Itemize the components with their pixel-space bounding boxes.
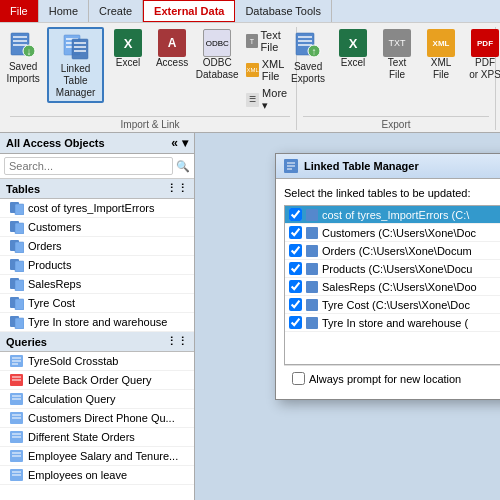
list-item[interactable]: Employees on leave — [0, 466, 194, 485]
list-item[interactable]: Delete Back Order Query — [0, 371, 194, 390]
left-panel-header: All Access Objects « ▾ — [0, 133, 194, 154]
svg-rect-15 — [298, 36, 312, 38]
list-item[interactable]: SalesReps — [0, 275, 194, 294]
always-prompt-text: Always prompt for new location — [309, 373, 461, 385]
list-item[interactable]: Customers Direct Phone Qu... — [0, 409, 194, 428]
modal-item-tbl-icon-6 — [306, 299, 318, 311]
query-icon-3 — [10, 392, 24, 406]
list-item[interactable]: Calculation Query — [0, 390, 194, 409]
modal-item-label-4: Products (C:\Users\Xone\Docu — [322, 263, 472, 275]
excel-import-button[interactable]: X Excel — [108, 27, 148, 71]
modal-list-item[interactable]: cost of tyres_ImportErrors (C:\ — [285, 206, 500, 224]
modal-list-item[interactable]: Products (C:\Users\Xone\Docu — [285, 260, 500, 278]
list-item[interactable]: Customers — [0, 218, 194, 237]
tab-database-tools[interactable]: Database Tools — [235, 0, 332, 22]
modal-item-checkbox-6[interactable] — [289, 298, 302, 311]
svg-rect-23 — [15, 223, 24, 234]
tables-section-chevron: ⋮⋮ — [166, 182, 188, 195]
svg-text:↓: ↓ — [27, 46, 32, 57]
list-item[interactable]: TyreSold Crosstab — [0, 352, 194, 371]
expand-icon[interactable]: ▾ — [182, 136, 188, 150]
list-item[interactable]: Tyre Cost — [0, 294, 194, 313]
search-icon[interactable]: 🔍 — [176, 160, 190, 173]
modal-list-item[interactable]: Orders (C:\Users\Xone\Docum — [285, 242, 500, 260]
list-item[interactable]: Tyre In store and warehouse — [0, 313, 194, 332]
query-item-label: Employees on leave — [28, 469, 127, 481]
query-icon-1 — [10, 354, 24, 368]
always-prompt-checkbox[interactable] — [292, 372, 305, 385]
modal-list-item[interactable]: SalesReps (C:\Users\Xone\Doo — [285, 278, 500, 296]
query-icon-6 — [10, 449, 24, 463]
more-import-icon: ☰ — [246, 93, 259, 107]
modal-list-item[interactable]: Tyre Cost (C:\Users\Xone\Doc — [285, 296, 500, 314]
excel-export-icon: X — [339, 29, 367, 57]
svg-rect-3 — [13, 44, 27, 46]
linked-table-manager-button[interactable]: Linked TableManager — [47, 27, 104, 103]
linked-table-icon-1 — [10, 201, 24, 215]
modal-list-item[interactable]: Customers (C:\Users\Xone\Doc — [285, 224, 500, 242]
pdf-export-button[interactable]: PDF PDFor XPS — [465, 27, 500, 83]
modal-item-checkbox-1[interactable] — [289, 208, 302, 221]
saved-imports-button[interactable]: ↓ SavedImports — [3, 27, 43, 87]
linked-table-icon-5 — [10, 277, 24, 291]
xml-export-icon: XML — [427, 29, 455, 57]
modal-item-checkbox-4[interactable] — [289, 262, 302, 275]
excel-import-label: Excel — [116, 57, 140, 69]
query-icon-7 — [10, 468, 24, 482]
text-export-icon: TXT — [383, 29, 411, 57]
list-item[interactable]: Different State Orders — [0, 428, 194, 447]
odbc-button[interactable]: ODBC ODBCDatabase — [196, 27, 238, 83]
modal-item-tbl-icon-4 — [306, 263, 318, 275]
odbc-label: ODBCDatabase — [196, 57, 239, 81]
table-item-label: SalesReps — [28, 278, 81, 290]
saved-imports-label: SavedImports — [6, 61, 39, 85]
tab-external-data[interactable]: External Data — [143, 0, 235, 22]
always-prompt-label: Always prompt for new location — [292, 372, 461, 385]
query-icon-4 — [10, 411, 24, 425]
collapse-icon[interactable]: « — [171, 136, 178, 150]
modal-item-checkbox-7[interactable] — [289, 316, 302, 329]
all-access-objects-title: All Access Objects — [6, 137, 105, 149]
access-import-label: Access — [156, 57, 188, 69]
svg-text:↑: ↑ — [312, 46, 317, 57]
excel-export-button[interactable]: X Excel — [333, 27, 373, 71]
access-import-icon: A — [158, 29, 186, 57]
linked-table-icon-6 — [10, 296, 24, 310]
tab-create[interactable]: Create — [89, 0, 143, 22]
xml-export-button[interactable]: XML XMLFile — [421, 27, 461, 83]
saved-exports-button[interactable]: ↑ SavedExports — [287, 27, 329, 87]
table-item-label: Tyre In store and warehouse — [28, 316, 167, 328]
query-icon-2 — [10, 373, 24, 387]
modal-title: Linked Table Manager — [304, 160, 419, 172]
tab-home[interactable]: Home — [39, 0, 89, 22]
odbc-icon: ODBC — [203, 29, 231, 57]
pdf-export-label: PDFor XPS — [469, 57, 500, 81]
modal-db-icon — [284, 159, 298, 173]
modal-item-checkbox-5[interactable] — [289, 280, 302, 293]
text-export-button[interactable]: TXT TextFile — [377, 27, 417, 83]
queries-section-header[interactable]: Queries ⋮⋮ — [0, 332, 194, 352]
modal-item-checkbox-2[interactable] — [289, 226, 302, 239]
list-item[interactable]: Employee Salary and Tenure... — [0, 447, 194, 466]
table-item-label: Tyre Cost — [28, 297, 75, 309]
modal-titlebar: Linked Table Manager ✕ — [276, 154, 500, 179]
linked-table-icon-4 — [10, 258, 24, 272]
tab-file[interactable]: File — [0, 0, 39, 22]
access-import-button[interactable]: A Access — [152, 27, 192, 71]
modal-item-label-2: Customers (C:\Users\Xone\Doc — [322, 227, 476, 239]
queries-section-chevron: ⋮⋮ — [166, 335, 188, 348]
list-item[interactable]: Products — [0, 256, 194, 275]
search-input[interactable] — [4, 157, 173, 175]
queries-section-label: Queries — [6, 336, 47, 348]
linked-table-manager-dialog: Linked Table Manager ✕ Select the linked… — [275, 153, 500, 400]
svg-rect-11 — [74, 42, 86, 44]
xml-export-label: XMLFile — [431, 57, 452, 81]
modal-item-checkbox-3[interactable] — [289, 244, 302, 257]
list-item[interactable]: cost of tyres_ImportErrors — [0, 199, 194, 218]
excel-export-label: Excel — [341, 57, 365, 69]
list-item[interactable]: Orders — [0, 237, 194, 256]
svg-rect-16 — [298, 40, 312, 42]
modal-list-item[interactable]: Tyre In store and warehouse ( — [285, 314, 500, 332]
tables-section-header[interactable]: Tables ⋮⋮ — [0, 179, 194, 199]
modal-footer: Always prompt for new location — [284, 365, 500, 391]
